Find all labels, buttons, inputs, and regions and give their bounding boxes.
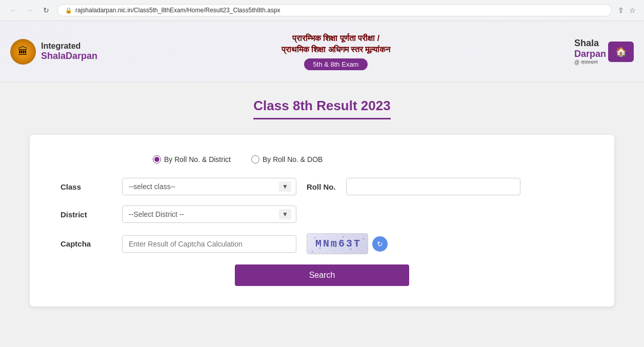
back-button[interactable]: ← [8, 5, 18, 15]
search-button[interactable]: Search [235, 264, 409, 286]
reload-button[interactable]: ↻ [41, 5, 51, 15]
class-select[interactable]: --select class-- Class 5 Class 8 [122, 178, 296, 195]
radio-roll-district-text: By Roll No. & District [164, 155, 231, 164]
shala-sub: @ राजस्थान [574, 59, 606, 66]
district-select-wrapper: --Select District -- ▼ [122, 206, 296, 223]
captcha-image: MNm63T [307, 233, 368, 254]
address-bar[interactable]: 🔒 rajshaladarpan.nic.in/Class5th_8thExam… [57, 4, 612, 16]
logo-shaladarpan: ShalaDarpan [41, 51, 97, 62]
captcha-label: Captcha [61, 239, 112, 248]
page-title-container: Class 8th Result 2023 [10, 98, 634, 119]
captcha-text: MNm63T [315, 238, 361, 250]
main-content: Class 8th Result 2023 By Roll No. & Dist… [0, 83, 644, 322]
district-row: District --Select District -- ▼ [61, 206, 583, 223]
class-label: Class [61, 182, 112, 191]
logo-text: Integrated ShalaDarpan [41, 42, 97, 62]
radio-roll-district-label[interactable]: By Roll No. & District [153, 155, 231, 164]
exam-badge: 5th & 8th Exam [304, 58, 368, 70]
header-center: प्रारम्भिक शिक्षा पूर्णता परीक्षा / प्रा… [97, 33, 574, 71]
class-rollno-row: Class --select class-- Class 5 Class 8 ▼… [61, 178, 583, 195]
radio-group: By Roll No. & District By Roll No. & DOB [153, 155, 583, 164]
forward-button[interactable]: → [25, 5, 35, 15]
shala-house-icon: 🏠 [608, 42, 634, 62]
search-btn-row: Search [61, 264, 583, 286]
district-select[interactable]: --Select District -- [122, 206, 296, 223]
header-logo-right: Shala Darpan @ राजस्थान 🏠 [574, 38, 634, 66]
browser-actions: ⇧ ☆ [618, 6, 636, 14]
logo-section: 🏛 Integrated ShalaDarpan [10, 39, 97, 65]
form-card: By Roll No. & District By Roll No. & DOB… [30, 135, 614, 307]
header-hindi-line2: प्राथमिक शिक्षा अधिगम स्तर मूल्यांकन [97, 44, 574, 55]
shala-darpan-logo: Shala Darpan @ राजस्थान 🏠 [574, 38, 634, 66]
svg-point-8 [363, 238, 365, 240]
emblem-icon: 🏛 [10, 39, 36, 65]
class-select-wrapper: --select class-- Class 5 Class 8 ▼ [122, 178, 296, 195]
radio-roll-dob-text: By Roll No. & DOB [263, 155, 323, 164]
captcha-input[interactable] [122, 235, 296, 253]
radio-roll-dob-label[interactable]: By Roll No. & DOB [251, 155, 323, 164]
svg-point-7 [312, 251, 313, 253]
logo-integrated: Integrated [41, 42, 97, 51]
captcha-input-wrapper [122, 235, 296, 253]
rollno-input[interactable] [346, 178, 520, 195]
site-header: 🏛 Integrated ShalaDarpan प्रारम्भिक शिक्… [0, 21, 644, 83]
captcha-refresh-button[interactable]: ↻ [372, 236, 388, 252]
radio-roll-district[interactable] [153, 155, 161, 164]
roll-no-section: Roll No. [307, 178, 583, 195]
lock-icon: 🔒 [65, 7, 72, 14]
share-icon[interactable]: ⇧ [618, 6, 624, 14]
url-text: rajshaladarpan.nic.in/Class5th_8thExam/H… [75, 7, 280, 14]
district-label: District [61, 210, 112, 219]
header-hindi-line1: प्रारम्भिक शिक्षा पूर्णता परीक्षा / [97, 33, 574, 44]
bookmark-icon[interactable]: ☆ [629, 6, 636, 14]
browser-bar: ← → ↻ 🔒 rajshaladarpan.nic.in/Class5th_8… [0, 0, 644, 21]
captcha-image-wrapper: MNm63T ↻ [307, 233, 388, 254]
radio-roll-dob[interactable] [251, 155, 259, 164]
shala-text2: Darpan [574, 49, 606, 59]
captcha-row: Captcha MNm63T [61, 233, 583, 254]
rollno-label: Roll No. [307, 182, 336, 191]
page-title: Class 8th Result 2023 [253, 98, 390, 119]
shala-text1: Shala [574, 38, 606, 49]
